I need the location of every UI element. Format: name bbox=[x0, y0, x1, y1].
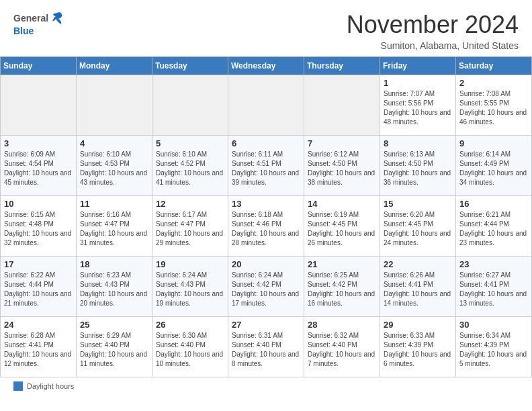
calendar-cell: 9Sunrise: 6:14 AM Sunset: 4:49 PM Daylig… bbox=[456, 136, 532, 196]
day-number: 23 bbox=[459, 259, 528, 269]
day-number: 10 bbox=[4, 199, 73, 209]
day-info: Sunrise: 7:07 AM Sunset: 5:56 PM Dayligh… bbox=[384, 89, 452, 127]
day-info: Sunrise: 6:10 AM Sunset: 4:53 PM Dayligh… bbox=[80, 150, 148, 187]
calendar-cell: 17Sunrise: 6:22 AM Sunset: 4:44 PM Dayli… bbox=[1, 257, 77, 317]
calendar-week-row: 1Sunrise: 7:07 AM Sunset: 5:56 PM Daylig… bbox=[1, 75, 532, 136]
location-subtitle: Sumiton, Alabama, United States bbox=[347, 40, 519, 51]
day-number: 3 bbox=[4, 138, 73, 148]
calendar-cell: 2Sunrise: 7:08 AM Sunset: 5:55 PM Daylig… bbox=[456, 75, 532, 136]
calendar-cell bbox=[152, 75, 228, 136]
day-number: 28 bbox=[308, 320, 376, 330]
day-number: 9 bbox=[459, 138, 528, 148]
calendar-cell: 28Sunrise: 6:32 AM Sunset: 4:40 PM Dayli… bbox=[304, 317, 380, 377]
calendar-cell: 24Sunrise: 6:28 AM Sunset: 4:41 PM Dayli… bbox=[1, 317, 77, 377]
calendar-cell: 21Sunrise: 6:25 AM Sunset: 4:42 PM Dayli… bbox=[304, 257, 380, 317]
day-number: 27 bbox=[232, 320, 300, 330]
calendar-cell: 15Sunrise: 6:20 AM Sunset: 4:45 PM Dayli… bbox=[380, 196, 456, 257]
day-number: 17 bbox=[4, 259, 73, 269]
calendar-header-row: SundayMondayTuesdayWednesdayThursdayFrid… bbox=[1, 57, 532, 75]
calendar-cell: 11Sunrise: 6:16 AM Sunset: 4:47 PM Dayli… bbox=[77, 196, 152, 257]
day-info: Sunrise: 6:15 AM Sunset: 4:48 PM Dayligh… bbox=[4, 210, 73, 248]
calendar-cell bbox=[77, 75, 152, 136]
calendar-week-row: 24Sunrise: 6:28 AM Sunset: 4:41 PM Dayli… bbox=[1, 317, 532, 377]
calendar-cell: 10Sunrise: 6:15 AM Sunset: 4:48 PM Dayli… bbox=[1, 196, 77, 257]
day-info: Sunrise: 6:27 AM Sunset: 4:41 PM Dayligh… bbox=[459, 271, 528, 308]
day-number: 11 bbox=[80, 199, 148, 209]
calendar-cell: 25Sunrise: 6:29 AM Sunset: 4:40 PM Dayli… bbox=[77, 317, 152, 377]
legend-area: Daylight hours bbox=[0, 377, 532, 394]
calendar-cell: 18Sunrise: 6:23 AM Sunset: 4:43 PM Dayli… bbox=[77, 257, 152, 317]
day-number: 12 bbox=[156, 199, 224, 209]
day-info: Sunrise: 6:14 AM Sunset: 4:49 PM Dayligh… bbox=[459, 150, 528, 187]
calendar-cell: 13Sunrise: 6:18 AM Sunset: 4:46 PM Dayli… bbox=[228, 196, 304, 257]
day-info: Sunrise: 6:19 AM Sunset: 4:45 PM Dayligh… bbox=[308, 210, 376, 248]
logo-bird-icon bbox=[50, 11, 64, 26]
calendar-cell: 20Sunrise: 6:24 AM Sunset: 4:42 PM Dayli… bbox=[228, 257, 304, 317]
day-number: 21 bbox=[308, 259, 376, 269]
day-number: 14 bbox=[308, 199, 376, 209]
day-info: Sunrise: 6:23 AM Sunset: 4:43 PM Dayligh… bbox=[80, 271, 148, 308]
weekday-header: Saturday bbox=[456, 57, 532, 75]
day-number: 13 bbox=[232, 199, 300, 209]
day-info: Sunrise: 6:24 AM Sunset: 4:42 PM Dayligh… bbox=[232, 271, 300, 308]
day-number: 29 bbox=[384, 320, 452, 330]
calendar-cell: 1Sunrise: 7:07 AM Sunset: 5:56 PM Daylig… bbox=[380, 75, 456, 136]
logo-blue-text: Blue bbox=[13, 26, 34, 36]
day-number: 26 bbox=[156, 320, 224, 330]
calendar-cell: 26Sunrise: 6:30 AM Sunset: 4:40 PM Dayli… bbox=[152, 317, 228, 377]
day-info: Sunrise: 6:09 AM Sunset: 4:54 PM Dayligh… bbox=[4, 150, 73, 187]
day-info: Sunrise: 7:08 AM Sunset: 5:55 PM Dayligh… bbox=[459, 89, 528, 127]
calendar-week-row: 17Sunrise: 6:22 AM Sunset: 4:44 PM Dayli… bbox=[1, 257, 532, 317]
day-info: Sunrise: 6:24 AM Sunset: 4:43 PM Dayligh… bbox=[156, 271, 224, 308]
day-info: Sunrise: 6:25 AM Sunset: 4:42 PM Dayligh… bbox=[308, 271, 376, 308]
day-info: Sunrise: 6:12 AM Sunset: 4:50 PM Dayligh… bbox=[308, 150, 376, 187]
weekday-header: Wednesday bbox=[228, 57, 304, 75]
day-info: Sunrise: 6:17 AM Sunset: 4:47 PM Dayligh… bbox=[156, 210, 224, 248]
calendar-cell: 6Sunrise: 6:11 AM Sunset: 4:51 PM Daylig… bbox=[228, 136, 304, 196]
calendar-cell bbox=[228, 75, 304, 136]
day-number: 4 bbox=[80, 138, 148, 148]
calendar-cell: 4Sunrise: 6:10 AM Sunset: 4:53 PM Daylig… bbox=[77, 136, 152, 196]
weekday-header: Monday bbox=[77, 57, 152, 75]
weekday-header: Thursday bbox=[304, 57, 380, 75]
day-info: Sunrise: 6:26 AM Sunset: 4:41 PM Dayligh… bbox=[384, 271, 452, 308]
weekday-header: Sunday bbox=[1, 57, 77, 75]
legend-color-box bbox=[13, 381, 23, 391]
calendar-cell: 8Sunrise: 6:13 AM Sunset: 4:50 PM Daylig… bbox=[380, 136, 456, 196]
title-area: November 2024 Sumiton, Alabama, United S… bbox=[347, 11, 519, 51]
day-info: Sunrise: 6:13 AM Sunset: 4:50 PM Dayligh… bbox=[384, 150, 452, 187]
day-number: 15 bbox=[384, 199, 452, 209]
day-info: Sunrise: 6:22 AM Sunset: 4:44 PM Dayligh… bbox=[4, 271, 73, 308]
calendar-cell: 27Sunrise: 6:31 AM Sunset: 4:40 PM Dayli… bbox=[228, 317, 304, 377]
day-info: Sunrise: 6:31 AM Sunset: 4:40 PM Dayligh… bbox=[232, 331, 300, 369]
calendar-cell: 16Sunrise: 6:21 AM Sunset: 4:44 PM Dayli… bbox=[456, 196, 532, 257]
day-info: Sunrise: 6:20 AM Sunset: 4:45 PM Dayligh… bbox=[384, 210, 452, 248]
calendar-cell: 19Sunrise: 6:24 AM Sunset: 4:43 PM Dayli… bbox=[152, 257, 228, 317]
day-info: Sunrise: 6:29 AM Sunset: 4:40 PM Dayligh… bbox=[80, 331, 148, 369]
day-info: Sunrise: 6:21 AM Sunset: 4:44 PM Dayligh… bbox=[459, 210, 528, 248]
day-number: 6 bbox=[232, 138, 300, 148]
day-info: Sunrise: 6:30 AM Sunset: 4:40 PM Dayligh… bbox=[156, 331, 224, 369]
day-number: 22 bbox=[384, 259, 452, 269]
day-info: Sunrise: 6:18 AM Sunset: 4:46 PM Dayligh… bbox=[232, 210, 300, 248]
day-number: 2 bbox=[459, 78, 528, 88]
calendar-table: SundayMondayTuesdayWednesdayThursdayFrid… bbox=[0, 56, 532, 377]
weekday-header: Friday bbox=[380, 57, 456, 75]
calendar-cell: 30Sunrise: 6:34 AM Sunset: 4:39 PM Dayli… bbox=[456, 317, 532, 377]
logo-general-text: General bbox=[13, 13, 48, 24]
day-number: 18 bbox=[80, 259, 148, 269]
calendar-week-row: 10Sunrise: 6:15 AM Sunset: 4:48 PM Dayli… bbox=[1, 196, 532, 257]
calendar-cell: 5Sunrise: 6:10 AM Sunset: 4:52 PM Daylig… bbox=[152, 136, 228, 196]
day-info: Sunrise: 6:16 AM Sunset: 4:47 PM Dayligh… bbox=[80, 210, 148, 248]
day-info: Sunrise: 6:33 AM Sunset: 4:39 PM Dayligh… bbox=[384, 331, 452, 369]
calendar-cell: 12Sunrise: 6:17 AM Sunset: 4:47 PM Dayli… bbox=[152, 196, 228, 257]
day-info: Sunrise: 6:32 AM Sunset: 4:40 PM Dayligh… bbox=[308, 331, 376, 369]
calendar-week-row: 3Sunrise: 6:09 AM Sunset: 4:54 PM Daylig… bbox=[1, 136, 532, 196]
day-number: 30 bbox=[459, 320, 528, 330]
calendar-cell: 29Sunrise: 6:33 AM Sunset: 4:39 PM Dayli… bbox=[380, 317, 456, 377]
day-info: Sunrise: 6:34 AM Sunset: 4:39 PM Dayligh… bbox=[459, 331, 528, 369]
weekday-header: Tuesday bbox=[152, 57, 228, 75]
day-number: 1 bbox=[384, 78, 452, 88]
calendar-cell bbox=[304, 75, 380, 136]
day-info: Sunrise: 6:11 AM Sunset: 4:51 PM Dayligh… bbox=[232, 150, 300, 187]
